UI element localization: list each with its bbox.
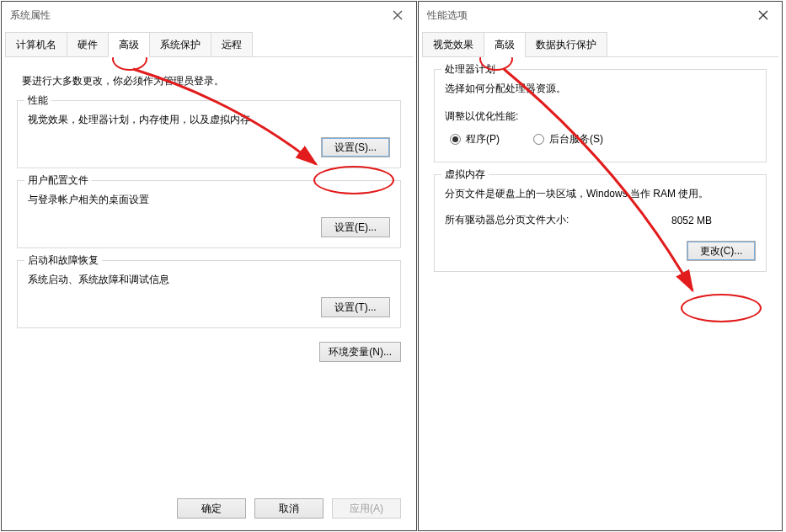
- performance-options-window: 性能选项 视觉效果高级数据执行保护 处理器计划 选择如何分配处理器资源。 调整以…: [418, 1, 783, 531]
- tab-body-advanced: 要进行大多数更改，你必须作为管理员登录。 性能 视觉效果，处理器计划，内存使用，…: [2, 57, 416, 492]
- group-virtual-memory: 虚拟内存 分页文件是硬盘上的一块区域，Windows 当作 RAM 使用。 所有…: [434, 174, 767, 272]
- group-performance: 性能 视觉效果，处理器计划，内存使用，以及虚拟内存 设置(S)...: [17, 100, 401, 168]
- perfopts-tab-2[interactable]: 数据执行保护: [525, 32, 607, 57]
- close-icon[interactable]: [753, 5, 773, 25]
- group-user-profiles: 用户配置文件 与登录帐户相关的桌面设置 设置(E)...: [17, 180, 401, 248]
- window-title: 性能选项: [427, 8, 753, 23]
- close-icon[interactable]: [388, 5, 408, 25]
- settings-user-profiles-button[interactable]: 设置(E)...: [321, 217, 390, 237]
- group-user-profiles-legend: 用户配置文件: [24, 173, 92, 188]
- group-performance-legend: 性能: [24, 93, 51, 108]
- apply-button: 应用(A): [332, 498, 401, 519]
- radio-row: 程序(P) 后台服务(S): [450, 132, 756, 146]
- change-vmem-button[interactable]: 更改(C)...: [687, 241, 756, 261]
- ok-button[interactable]: 确定: [177, 498, 246, 519]
- radio-dot-icon: [450, 134, 461, 145]
- vmem-total-value: 8052 MB: [671, 215, 756, 226]
- sysprops-tab-4[interactable]: 远程: [211, 32, 253, 57]
- vmem-total-label: 所有驱动器总分页文件大小:: [445, 213, 671, 227]
- perfopts-tab-1[interactable]: 高级: [484, 32, 526, 57]
- radio-background-services[interactable]: 后台服务(S): [533, 132, 603, 146]
- system-properties-window: 系统属性 计算机名硬件高级系统保护远程 要进行大多数更改，你必须作为管理员登录。…: [1, 1, 417, 531]
- group-user-profiles-text: 与登录帐户相关的桌面设置: [28, 193, 390, 207]
- titlebar: 性能选项: [419, 2, 782, 29]
- group-performance-text: 视觉效果，处理器计划，内存使用，以及虚拟内存: [28, 113, 390, 127]
- tab-body-advanced: 处理器计划 选择如何分配处理器资源。 调整以优化性能: 程序(P) 后台服务(S…: [419, 57, 782, 530]
- label: 取消: [279, 502, 299, 516]
- settings-performance-button[interactable]: 设置(S)...: [321, 137, 390, 157]
- env-variables-button[interactable]: 环境变量(N)...: [319, 342, 401, 362]
- tabs: 视觉效果高级数据执行保护: [419, 32, 782, 57]
- label: 更改(C)...: [700, 244, 743, 258]
- label: 设置(S)...: [334, 141, 377, 155]
- cancel-button[interactable]: 取消: [254, 498, 323, 519]
- dialog-buttons: 确定 取消 应用(A): [2, 492, 416, 530]
- radio-programs[interactable]: 程序(P): [450, 132, 500, 146]
- label: 后台服务(S): [549, 132, 603, 146]
- group-processor-legend: 处理器计划: [441, 62, 499, 77]
- settings-startup-button[interactable]: 设置(T)...: [321, 297, 390, 317]
- tabs: 计算机名硬件高级系统保护远程: [2, 32, 416, 57]
- label: 环境变量(N)...: [329, 345, 392, 359]
- group-startup-text: 系统启动、系统故障和调试信息: [28, 273, 390, 287]
- label: 应用(A): [350, 502, 383, 516]
- sysprops-tab-2[interactable]: 高级: [108, 32, 150, 57]
- perfopts-tab-0[interactable]: 视觉效果: [422, 32, 484, 57]
- window-title: 系统属性: [10, 8, 388, 23]
- group-vmem-legend: 虚拟内存: [441, 168, 489, 182]
- titlebar: 系统属性: [2, 2, 416, 29]
- group-startup-recovery: 启动和故障恢复 系统启动、系统故障和调试信息 设置(T)...: [17, 260, 401, 328]
- sysprops-tab-1[interactable]: 硬件: [67, 32, 109, 57]
- admin-note: 要进行大多数更改，你必须作为管理员登录。: [22, 74, 396, 88]
- group-processor: 处理器计划 选择如何分配处理器资源。 调整以优化性能: 程序(P) 后台服务(S…: [434, 69, 767, 162]
- vmem-total-row: 所有驱动器总分页文件大小: 8052 MB: [445, 213, 756, 227]
- vmem-text: 分页文件是硬盘上的一块区域，Windows 当作 RAM 使用。: [445, 187, 756, 201]
- sysprops-tab-3[interactable]: 系统保护: [149, 32, 211, 57]
- group-startup-legend: 启动和故障恢复: [24, 253, 102, 268]
- optimize-label: 调整以优化性能:: [445, 109, 756, 124]
- label: 设置(T)...: [334, 301, 376, 315]
- sysprops-tab-0[interactable]: 计算机名: [5, 32, 67, 57]
- processor-text: 选择如何分配处理器资源。: [445, 82, 756, 96]
- radio-dot-icon: [533, 134, 544, 145]
- label: 程序(P): [466, 132, 500, 146]
- label: 确定: [201, 502, 222, 516]
- label: 设置(E)...: [334, 221, 377, 235]
